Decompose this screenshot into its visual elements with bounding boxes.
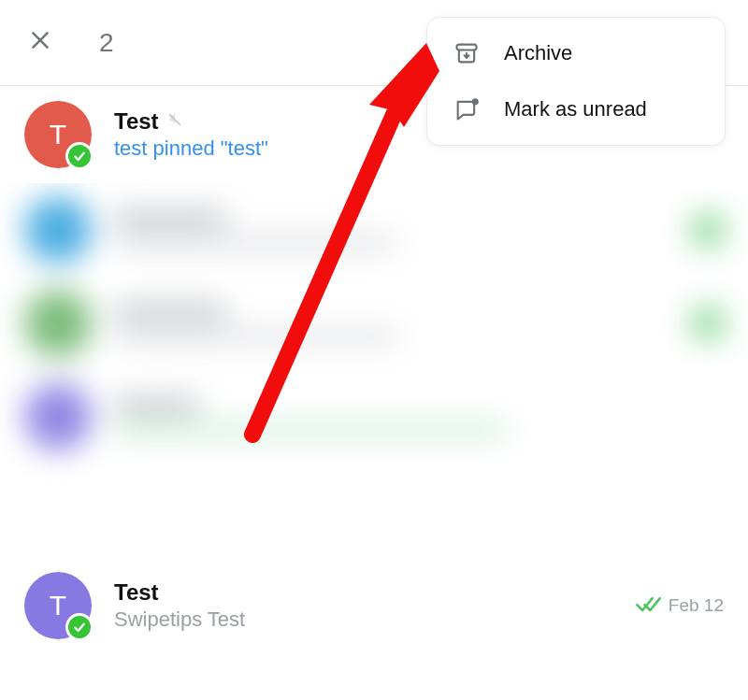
avatar: T xyxy=(24,101,92,168)
selection-count: 2 xyxy=(99,28,114,58)
read-ticks-icon xyxy=(635,591,661,621)
avatar: T xyxy=(24,572,92,639)
chat-list: T Test test pinned "test" xyxy=(0,86,748,654)
menu-label: Mark as unread xyxy=(504,97,647,121)
archive-menu-item[interactable]: Archive xyxy=(433,25,719,81)
avatar-letter: T xyxy=(50,119,66,150)
selected-check-icon xyxy=(65,142,94,170)
selected-check-icon xyxy=(65,613,94,641)
chat-name: Test xyxy=(114,108,159,135)
blurred-chats xyxy=(0,183,748,557)
chat-meta: Feb 12 xyxy=(635,591,724,621)
svg-point-4 xyxy=(472,98,479,105)
chat-date: Feb 12 xyxy=(669,595,724,616)
close-button[interactable] xyxy=(28,27,52,59)
chat-item[interactable]: T Test Swipetips Test Feb 12 xyxy=(0,557,748,654)
chat-content: Test Swipetips Test xyxy=(114,579,635,632)
menu-label: Archive xyxy=(504,41,572,65)
svg-rect-3 xyxy=(457,45,477,50)
chat-preview: Swipetips Test xyxy=(114,607,635,632)
muted-icon xyxy=(166,111,183,132)
mark-unread-icon xyxy=(452,96,482,122)
avatar-letter: T xyxy=(50,590,66,621)
archive-icon xyxy=(452,40,482,66)
chat-name: Test xyxy=(114,579,159,606)
action-menu: Archive Mark as unread xyxy=(426,17,726,146)
mark-unread-menu-item[interactable]: Mark as unread xyxy=(433,81,719,137)
